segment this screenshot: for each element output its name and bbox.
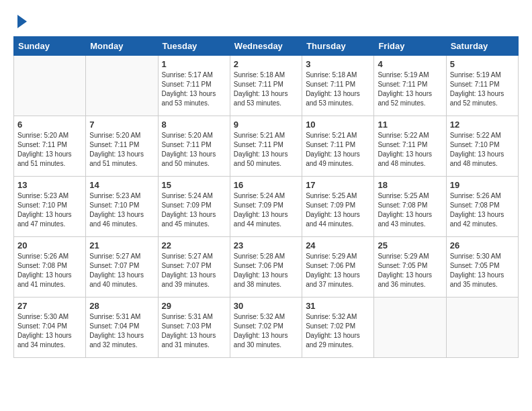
weekday-header-thursday: Thursday <box>302 37 374 56</box>
day-info: Sunrise: 5:25 AMSunset: 7:09 PMDaylight:… <box>306 191 370 229</box>
day-number: 12 <box>450 120 515 130</box>
day-number: 27 <box>17 301 82 311</box>
day-info: Sunrise: 5:28 AMSunset: 7:06 PMDaylight:… <box>234 252 298 289</box>
calendar-cell: 18Sunrise: 5:25 AMSunset: 7:08 PMDayligh… <box>374 177 446 237</box>
calendar-cell <box>374 298 446 358</box>
day-number: 31 <box>306 301 370 311</box>
calendar-cell: 26Sunrise: 5:30 AMSunset: 7:05 PMDayligh… <box>446 237 518 298</box>
day-number: 11 <box>378 120 442 130</box>
day-info: Sunrise: 5:27 AMSunset: 7:07 PMDaylight:… <box>162 252 226 289</box>
day-number: 14 <box>89 180 154 190</box>
day-info: Sunrise: 5:31 AMSunset: 7:04 PMDaylight:… <box>89 312 154 350</box>
calendar-cell: 20Sunrise: 5:26 AMSunset: 7:08 PMDayligh… <box>14 237 86 298</box>
day-info: Sunrise: 5:30 AMSunset: 7:05 PMDaylight:… <box>450 252 515 289</box>
day-info: Sunrise: 5:22 AMSunset: 7:11 PMDaylight:… <box>378 131 442 169</box>
day-number: 6 <box>17 120 82 130</box>
calendar-cell: 17Sunrise: 5:25 AMSunset: 7:09 PMDayligh… <box>302 177 374 237</box>
day-info: Sunrise: 5:23 AMSunset: 7:10 PMDaylight:… <box>17 191 82 229</box>
day-number: 23 <box>234 240 298 250</box>
weekday-header-monday: Monday <box>86 37 158 56</box>
day-info: Sunrise: 5:24 AMSunset: 7:09 PMDaylight:… <box>162 191 226 229</box>
day-number: 26 <box>450 240 515 250</box>
calendar-cell: 13Sunrise: 5:23 AMSunset: 7:10 PMDayligh… <box>14 177 86 237</box>
calendar-cell: 5Sunrise: 5:19 AMSunset: 7:11 PMDaylight… <box>446 56 518 116</box>
day-info: Sunrise: 5:26 AMSunset: 7:08 PMDaylight:… <box>17 252 82 289</box>
calendar-cell: 16Sunrise: 5:24 AMSunset: 7:09 PMDayligh… <box>230 177 302 237</box>
calendar-cell: 28Sunrise: 5:31 AMSunset: 7:04 PMDayligh… <box>86 298 158 358</box>
day-number: 8 <box>162 120 226 130</box>
day-number: 19 <box>450 180 515 190</box>
calendar-table: SundayMondayTuesdayWednesdayThursdayFrid… <box>13 36 519 358</box>
day-info: Sunrise: 5:30 AMSunset: 7:04 PMDaylight:… <box>17 312 82 350</box>
page-header <box>13 13 519 30</box>
calendar-cell: 12Sunrise: 5:22 AMSunset: 7:10 PMDayligh… <box>446 116 518 177</box>
day-number: 13 <box>17 180 82 190</box>
calendar-cell: 1Sunrise: 5:17 AMSunset: 7:11 PMDaylight… <box>158 56 230 116</box>
day-number: 15 <box>162 180 226 190</box>
day-number: 3 <box>306 59 370 69</box>
day-number: 30 <box>234 301 298 311</box>
day-number: 2 <box>234 59 298 69</box>
calendar-cell: 11Sunrise: 5:22 AMSunset: 7:11 PMDayligh… <box>374 116 446 177</box>
calendar-cell: 3Sunrise: 5:18 AMSunset: 7:11 PMDaylight… <box>302 56 374 116</box>
calendar-cell <box>446 298 518 358</box>
weekday-header-saturday: Saturday <box>446 37 518 56</box>
day-number: 21 <box>89 240 154 250</box>
day-info: Sunrise: 5:21 AMSunset: 7:11 PMDaylight:… <box>306 131 370 169</box>
calendar-week-row: 13Sunrise: 5:23 AMSunset: 7:10 PMDayligh… <box>14 177 519 237</box>
weekday-header-tuesday: Tuesday <box>158 37 230 56</box>
day-number: 25 <box>378 240 442 250</box>
day-number: 22 <box>162 240 226 250</box>
calendar-cell: 21Sunrise: 5:27 AMSunset: 7:07 PMDayligh… <box>86 237 158 298</box>
day-number: 5 <box>450 59 515 69</box>
day-info: Sunrise: 5:32 AMSunset: 7:02 PMDaylight:… <box>306 312 370 350</box>
logo <box>13 13 28 30</box>
day-number: 24 <box>306 240 370 250</box>
day-info: Sunrise: 5:19 AMSunset: 7:11 PMDaylight:… <box>378 71 442 108</box>
day-info: Sunrise: 5:20 AMSunset: 7:11 PMDaylight:… <box>17 131 82 169</box>
day-number: 1 <box>162 59 226 69</box>
calendar-week-row: 6Sunrise: 5:20 AMSunset: 7:11 PMDaylight… <box>14 116 519 177</box>
day-number: 4 <box>378 59 442 69</box>
calendar-cell: 23Sunrise: 5:28 AMSunset: 7:06 PMDayligh… <box>230 237 302 298</box>
calendar-week-row: 20Sunrise: 5:26 AMSunset: 7:08 PMDayligh… <box>14 237 519 298</box>
calendar-cell: 29Sunrise: 5:31 AMSunset: 7:03 PMDayligh… <box>158 298 230 358</box>
day-info: Sunrise: 5:32 AMSunset: 7:02 PMDaylight:… <box>234 312 298 350</box>
calendar-cell <box>86 56 158 116</box>
logo-icon <box>15 13 28 30</box>
day-info: Sunrise: 5:21 AMSunset: 7:11 PMDaylight:… <box>234 131 298 169</box>
calendar-cell <box>14 56 86 116</box>
day-number: 29 <box>162 301 226 311</box>
day-number: 7 <box>89 120 154 130</box>
calendar-cell: 15Sunrise: 5:24 AMSunset: 7:09 PMDayligh… <box>158 177 230 237</box>
calendar-cell: 10Sunrise: 5:21 AMSunset: 7:11 PMDayligh… <box>302 116 374 177</box>
day-info: Sunrise: 5:19 AMSunset: 7:11 PMDaylight:… <box>450 71 515 108</box>
calendar-cell: 8Sunrise: 5:20 AMSunset: 7:11 PMDaylight… <box>158 116 230 177</box>
day-info: Sunrise: 5:31 AMSunset: 7:03 PMDaylight:… <box>162 312 226 350</box>
calendar-cell: 9Sunrise: 5:21 AMSunset: 7:11 PMDaylight… <box>230 116 302 177</box>
day-info: Sunrise: 5:24 AMSunset: 7:09 PMDaylight:… <box>234 191 298 229</box>
day-info: Sunrise: 5:17 AMSunset: 7:11 PMDaylight:… <box>162 71 226 108</box>
day-info: Sunrise: 5:20 AMSunset: 7:11 PMDaylight:… <box>89 131 154 169</box>
calendar-cell: 25Sunrise: 5:29 AMSunset: 7:05 PMDayligh… <box>374 237 446 298</box>
calendar-cell: 14Sunrise: 5:23 AMSunset: 7:10 PMDayligh… <box>86 177 158 237</box>
calendar-cell: 24Sunrise: 5:29 AMSunset: 7:06 PMDayligh… <box>302 237 374 298</box>
calendar-cell: 2Sunrise: 5:18 AMSunset: 7:11 PMDaylight… <box>230 56 302 116</box>
weekday-header-friday: Friday <box>374 37 446 56</box>
calendar-cell: 4Sunrise: 5:19 AMSunset: 7:11 PMDaylight… <box>374 56 446 116</box>
day-number: 17 <box>306 180 370 190</box>
calendar-cell: 6Sunrise: 5:20 AMSunset: 7:11 PMDaylight… <box>14 116 86 177</box>
day-info: Sunrise: 5:29 AMSunset: 7:05 PMDaylight:… <box>378 252 442 289</box>
day-number: 10 <box>306 120 370 130</box>
day-info: Sunrise: 5:22 AMSunset: 7:10 PMDaylight:… <box>450 131 515 169</box>
weekday-header-wednesday: Wednesday <box>230 37 302 56</box>
calendar-cell: 27Sunrise: 5:30 AMSunset: 7:04 PMDayligh… <box>14 298 86 358</box>
day-info: Sunrise: 5:18 AMSunset: 7:11 PMDaylight:… <box>234 71 298 108</box>
calendar-cell: 19Sunrise: 5:26 AMSunset: 7:08 PMDayligh… <box>446 177 518 237</box>
day-info: Sunrise: 5:27 AMSunset: 7:07 PMDaylight:… <box>89 252 154 289</box>
calendar-cell: 31Sunrise: 5:32 AMSunset: 7:02 PMDayligh… <box>302 298 374 358</box>
day-number: 20 <box>17 240 82 250</box>
day-info: Sunrise: 5:26 AMSunset: 7:08 PMDaylight:… <box>450 191 515 229</box>
calendar-cell: 7Sunrise: 5:20 AMSunset: 7:11 PMDaylight… <box>86 116 158 177</box>
weekday-header-row: SundayMondayTuesdayWednesdayThursdayFrid… <box>14 37 519 56</box>
